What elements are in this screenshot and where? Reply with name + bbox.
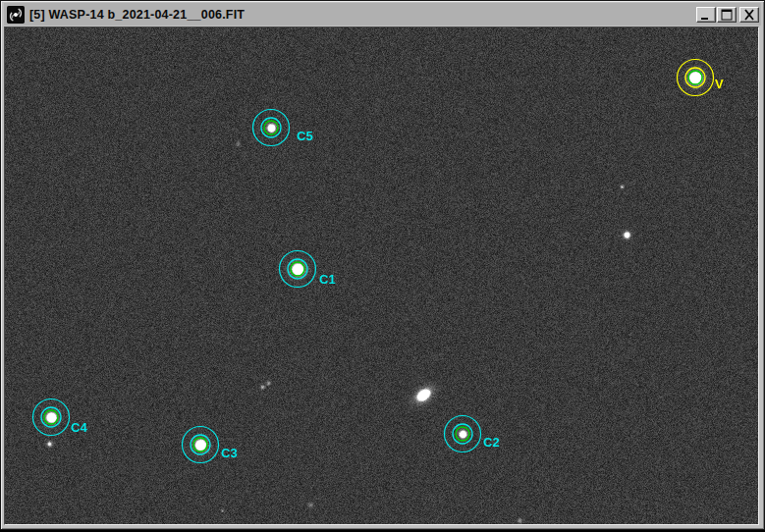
star-aperture-circle xyxy=(264,121,278,134)
aperture-label-V: V xyxy=(715,77,724,91)
star-aperture-circle xyxy=(456,427,469,441)
sky-annulus-circle xyxy=(33,399,70,436)
aperture-label-C1: C1 xyxy=(319,272,336,287)
maximize-button[interactable] xyxy=(717,7,737,23)
aperture-marker-C1[interactable]: C1 xyxy=(280,251,336,288)
aperture-marker-V[interactable]: V xyxy=(678,60,725,96)
sky-annulus-circle xyxy=(253,110,290,146)
star-aperture-circle xyxy=(193,438,207,452)
aperture-marker-C4[interactable]: C4 xyxy=(33,399,88,436)
minimize-icon xyxy=(699,9,713,21)
aperture-label-C2: C2 xyxy=(483,435,500,450)
star-aperture-circle xyxy=(688,71,702,84)
aperture-label-C4: C4 xyxy=(71,420,87,435)
sky-annulus-circle xyxy=(678,60,714,96)
sky-annulus-circle xyxy=(445,416,481,452)
fits-image-area: VC5C1C4C3C2 xyxy=(4,27,759,525)
sky-annulus-circle xyxy=(280,251,316,288)
window-title: [5] WASP-14 b_2021-04-21__006.FIT xyxy=(29,8,695,22)
window-controls xyxy=(695,7,759,23)
spiral-galaxy-icon[interactable] xyxy=(7,6,25,24)
aperture-label-C5: C5 xyxy=(297,129,313,143)
fits-image-window: [5] WASP-14 b_2021-04-21__006.FIT xyxy=(0,0,765,530)
star-aperture-circle xyxy=(291,262,304,276)
star-aperture-circle xyxy=(44,410,58,424)
aperture-marker-C3[interactable]: C3 xyxy=(183,427,238,463)
close-icon xyxy=(742,9,756,21)
minimize-button[interactable] xyxy=(696,7,716,23)
photometry-overlay: VC5C1C4C3C2 xyxy=(5,27,758,524)
titlebar[interactable]: [5] WASP-14 b_2021-04-21__006.FIT xyxy=(4,3,761,26)
aperture-marker-C5[interactable]: C5 xyxy=(253,110,313,146)
aperture-marker-C2[interactable]: C2 xyxy=(445,416,500,452)
maximize-icon xyxy=(720,9,734,21)
sky-annulus-circle xyxy=(183,427,219,463)
close-button[interactable] xyxy=(739,7,759,23)
aperture-label-C3: C3 xyxy=(221,446,238,460)
